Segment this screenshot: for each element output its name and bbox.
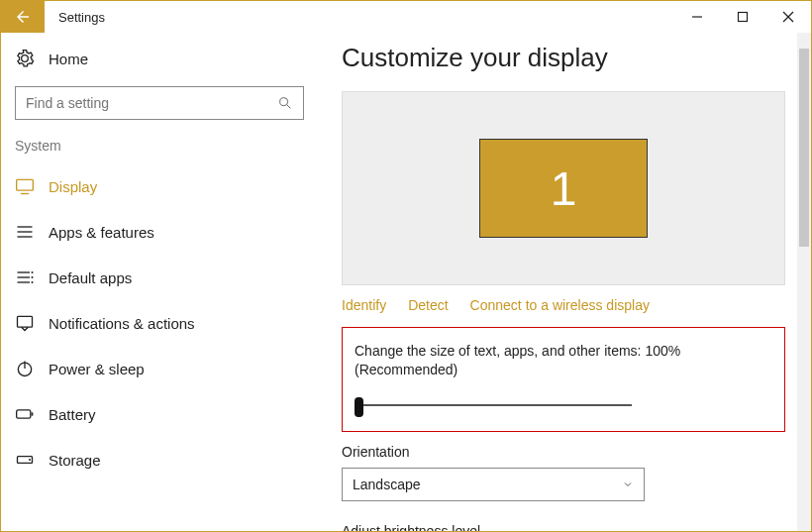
svg-point-23 (29, 459, 31, 461)
back-button[interactable] (1, 1, 45, 33)
svg-rect-17 (18, 316, 33, 327)
scaling-section: Change the size of text, apps, and other… (342, 327, 785, 432)
power-icon (15, 359, 35, 378)
content-pane: Customize your display 1 Identify Detect… (316, 33, 811, 531)
sidebar-item-label: Battery (49, 406, 96, 423)
brightness-label: Adjust brightness level (342, 523, 785, 531)
minimize-icon (691, 11, 703, 23)
scaling-label: Change the size of text, apps, and other… (355, 342, 772, 379)
orientation-dropdown[interactable]: Landscape (342, 468, 645, 501)
search-icon (277, 95, 293, 111)
svg-rect-6 (17, 179, 34, 190)
sidebar-item-label: Power & sleep (49, 361, 145, 377)
window-controls (674, 1, 811, 33)
apps-icon (15, 222, 35, 242)
sidebar-item-default-apps[interactable]: Default apps (11, 255, 308, 300)
home-nav[interactable]: Home (11, 43, 308, 78)
monitor-icon (15, 176, 35, 196)
wireless-display-link[interactable]: Connect to a wireless display (470, 297, 650, 313)
storage-icon (15, 450, 35, 470)
scaling-slider[interactable] (355, 395, 632, 415)
maximize-icon (737, 11, 749, 23)
svg-rect-21 (32, 412, 34, 415)
sidebar-item-label: Display (49, 178, 97, 195)
svg-rect-1 (739, 13, 748, 22)
settings-window: Settings Home (0, 0, 812, 532)
svg-point-4 (280, 98, 288, 106)
sidebar-item-notifications[interactable]: Notifications & actions (11, 300, 308, 346)
gear-icon (15, 49, 35, 68)
scrollbar-thumb[interactable] (799, 49, 809, 247)
orientation-value: Landscape (353, 477, 421, 492)
search-input[interactable] (15, 86, 304, 120)
sidebar-item-display[interactable]: Display (11, 163, 308, 209)
scrollbar[interactable] (797, 33, 811, 531)
svg-rect-20 (17, 410, 31, 418)
detect-link[interactable]: Detect (408, 297, 448, 313)
sidebar-item-power-sleep[interactable]: Power & sleep (11, 346, 308, 391)
display-links: Identify Detect Connect to a wireless di… (342, 285, 785, 327)
close-icon (782, 11, 794, 23)
maximize-button[interactable] (720, 1, 765, 33)
arrow-left-icon (14, 8, 32, 26)
sidebar: Home System Display (1, 33, 316, 531)
slider-track (355, 404, 632, 406)
sidebar-item-label: Storage (49, 452, 101, 469)
display-preview[interactable]: 1 (342, 91, 785, 285)
sidebar-item-label: Apps & features (49, 224, 154, 241)
sidebar-item-storage[interactable]: Storage (11, 437, 308, 482)
svg-point-15 (32, 276, 34, 278)
orientation-label: Orientation (342, 444, 785, 460)
svg-point-16 (32, 281, 34, 283)
titlebar: Settings (1, 1, 811, 33)
close-button[interactable] (765, 1, 811, 33)
sidebar-item-apps-features[interactable]: Apps & features (11, 209, 308, 255)
chevron-down-icon (622, 479, 634, 490)
identify-link[interactable]: Identify (342, 297, 386, 313)
search-field[interactable] (26, 95, 277, 111)
notifications-icon (15, 313, 35, 333)
home-label: Home (49, 51, 88, 67)
sidebar-item-label: Notifications & actions (49, 315, 195, 332)
slider-thumb[interactable] (355, 397, 363, 417)
svg-point-14 (32, 271, 34, 273)
minimize-button[interactable] (674, 1, 720, 33)
svg-line-5 (287, 105, 290, 108)
default-apps-icon (15, 267, 35, 287)
nav-list: Display Apps & features Default apps (11, 163, 308, 482)
sidebar-item-battery[interactable]: Battery (11, 391, 308, 437)
category-label: System (11, 138, 308, 163)
page-title: Customize your display (342, 43, 785, 73)
monitor-1[interactable]: 1 (479, 139, 648, 238)
window-title: Settings (45, 1, 105, 33)
battery-icon (15, 404, 35, 424)
sidebar-item-label: Default apps (49, 269, 132, 286)
